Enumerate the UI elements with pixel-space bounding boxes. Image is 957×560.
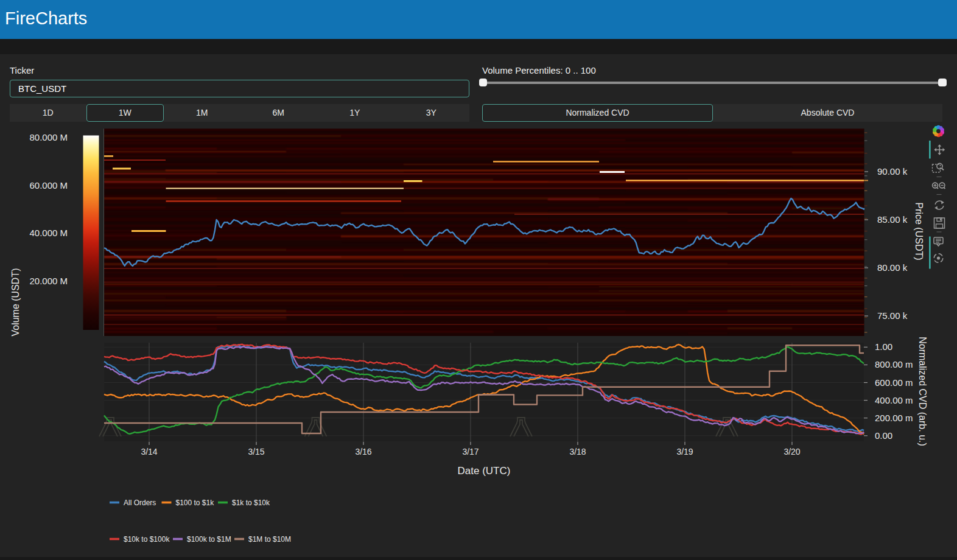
svg-text:1.00: 1.00: [875, 341, 892, 352]
svg-text:600.00 m: 600.00 m: [875, 377, 913, 388]
svg-text:All Orders: All Orders: [124, 499, 156, 507]
svg-text:400.00 m: 400.00 m: [875, 395, 913, 405]
svg-text:80.00 k: 80.00 k: [877, 262, 908, 273]
svg-text:85.00 k: 85.00 k: [877, 214, 908, 225]
svg-text:0.00: 0.00: [875, 430, 892, 441]
svg-text:$1k to $10k: $1k to $10k: [232, 499, 270, 507]
svg-text:80.000 M: 80.000 M: [29, 132, 68, 142]
svg-text:Normalized CVD (arb. u.): Normalized CVD (arb. u.): [917, 337, 928, 446]
svg-text:$100k to $1M: $100k to $1M: [187, 535, 231, 544]
svg-text:Volume (USDT): Volume (USDT): [10, 268, 21, 336]
svg-text:3/15: 3/15: [248, 447, 264, 457]
svg-text:3/20: 3/20: [783, 447, 800, 457]
svg-text:$100 to $1k: $100 to $1k: [176, 499, 215, 507]
svg-text:Date (UTC): Date (UTC): [458, 465, 511, 477]
svg-text:800.00 m: 800.00 m: [875, 359, 913, 369]
svg-text:20.000 M: 20.000 M: [29, 276, 68, 286]
svg-text:$1M to $10M: $1M to $10M: [248, 535, 291, 544]
svg-text:$10k to $100k: $10k to $100k: [124, 535, 170, 544]
svg-text:60.000 M: 60.000 M: [29, 180, 68, 191]
svg-text:75.00 k: 75.00 k: [877, 310, 908, 321]
svg-text:3/14: 3/14: [141, 447, 157, 457]
svg-text:3/19: 3/19: [676, 447, 693, 457]
svg-text:3/17: 3/17: [462, 447, 479, 457]
svg-text:40.000 M: 40.000 M: [29, 228, 68, 238]
svg-text:200.00 m: 200.00 m: [875, 413, 913, 423]
svg-text:90.00 k: 90.00 k: [877, 166, 908, 177]
svg-text:Price (USDT): Price (USDT): [914, 202, 924, 260]
svg-text:3/18: 3/18: [569, 447, 586, 457]
svg-text:3/16: 3/16: [355, 447, 371, 457]
